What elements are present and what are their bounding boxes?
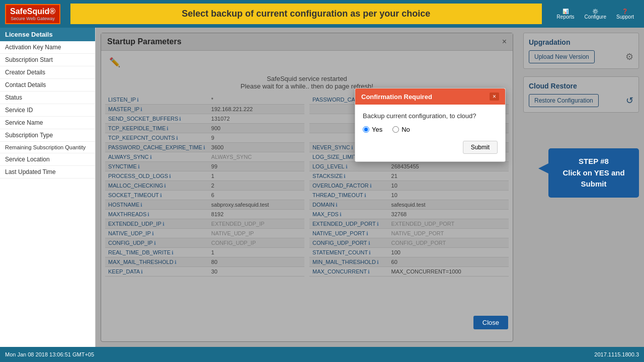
sidebar-item-service-id[interactable]: Service ID — [0, 104, 95, 117]
reports-nav[interactable]: 📊 Reports — [557, 9, 575, 20]
support-nav[interactable]: ❓ Support — [616, 9, 634, 20]
sidebar-item-creator-details[interactable]: Creator Details — [0, 66, 95, 79]
logo-subtitle: Secure Web Gateway — [11, 16, 54, 21]
content-area: Startup Parameters × ✏️ SafeSquid servic… — [96, 28, 644, 347]
sidebar-item-last-updated[interactable]: Last Updated Time — [0, 166, 95, 178]
confirmation-question: Backup current configuration, to cloud? — [363, 112, 498, 120]
confirmation-title: Confirmation Required — [361, 93, 432, 101]
logo-title: SafeSquid® — [10, 7, 55, 16]
no-label: No — [401, 126, 410, 133]
no-radio-label[interactable]: No — [392, 126, 410, 133]
step-callout-text: STEP #8Click on YES andSubmit — [558, 156, 629, 190]
close-button[interactable]: Close — [473, 316, 508, 329]
confirmation-dialog: Confirmation Required × Backup current c… — [355, 88, 506, 162]
main-layout: License Details Activation Key Name Subs… — [0, 28, 644, 347]
sidebar: License Details Activation Key Name Subs… — [0, 28, 96, 347]
confirmation-close-btn[interactable]: × — [490, 93, 499, 101]
yes-radio[interactable] — [363, 126, 369, 133]
submit-button[interactable]: Submit — [463, 141, 498, 154]
sidebar-item-status[interactable]: Status — [0, 92, 95, 104]
configure-nav[interactable]: ⚙️ Configure — [585, 9, 606, 20]
confirmation-submit: Submit — [363, 141, 498, 154]
sidebar-item-service-name[interactable]: Service Name — [0, 117, 95, 129]
logo-area: SafeSquid® Secure Web Gateway — [0, 1, 65, 27]
statusbar-left: Mon Jan 08 2018 13:06:51 GMT+05 — [5, 351, 94, 357]
reports-label: Reports — [557, 14, 575, 20]
banner-text: Select backup of current configuration a… — [182, 9, 430, 19]
sidebar-item-service-location[interactable]: Service Location — [0, 153, 95, 166]
banner: Select backup of current configuration a… — [70, 4, 542, 24]
header: SafeSquid® Secure Web Gateway Select bac… — [0, 0, 644, 28]
sidebar-item-activation-key-name[interactable]: Activation Key Name — [0, 41, 95, 54]
sidebar-item-subscription-type[interactable]: Subscription Type — [0, 129, 95, 142]
yes-label: Yes — [372, 126, 382, 133]
statusbar: Mon Jan 08 2018 13:06:51 GMT+05 2017.111… — [0, 347, 644, 362]
statusbar-right: 2017.1115.1800.3 — [594, 351, 639, 357]
configure-icon: ⚙️ — [592, 9, 598, 14]
callout-arrow — [538, 163, 548, 173]
sidebar-section-title: License Details — [0, 28, 95, 41]
support-icon: ❓ — [622, 9, 628, 14]
confirmation-header: Confirmation Required × — [355, 88, 505, 105]
bottom-bar: Close — [473, 316, 508, 329]
sidebar-item-remaining-subscription[interactable]: Remaining Subscription Quantity — [0, 142, 95, 153]
sidebar-item-subscription-start[interactable]: Subscription Start — [0, 54, 95, 66]
configure-label: Configure — [585, 14, 606, 20]
sidebar-item-contact-details[interactable]: Contact Details — [0, 79, 95, 92]
radio-group: Yes No — [363, 126, 498, 133]
yes-radio-label[interactable]: Yes — [363, 126, 382, 133]
step-callout: STEP #8Click on YES andSubmit — [548, 148, 639, 198]
confirmation-body: Backup current configuration, to cloud? … — [355, 105, 505, 161]
logo-box: SafeSquid® Secure Web Gateway — [5, 4, 60, 24]
reports-icon: 📊 — [562, 9, 569, 14]
no-radio[interactable] — [392, 126, 399, 133]
support-label: Support — [616, 14, 634, 20]
header-icons: 📊 Reports ⚙️ Configure ❓ Support — [547, 9, 644, 20]
